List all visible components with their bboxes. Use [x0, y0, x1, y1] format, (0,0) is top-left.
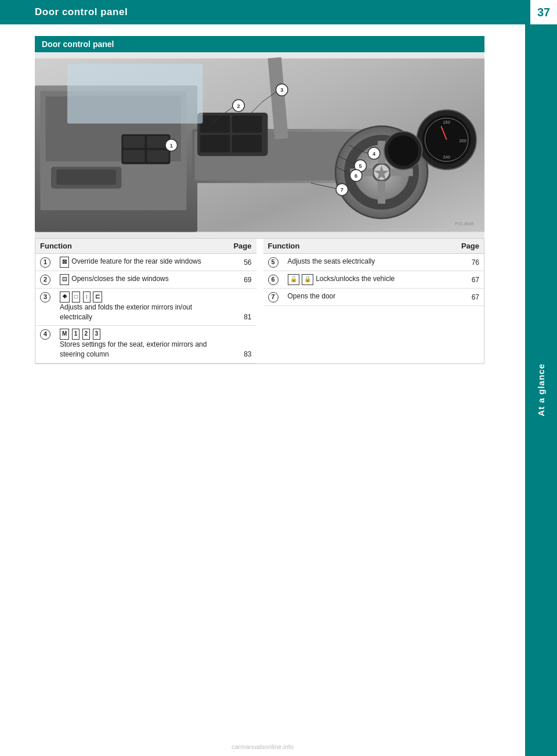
main-content: Door control panel — [0, 24, 525, 376]
memory-1-icon: 1 — [72, 329, 80, 340]
section-header: Door control panel — [35, 36, 484, 52]
right-sidebar: At a glance — [525, 24, 557, 756]
row-desc: Adjusts the seats electrically — [283, 254, 457, 271]
row-3-text: Adjusts and folds the exterior mirrors i… — [60, 303, 192, 321]
page-header: Door control panel 37 — [0, 0, 557, 24]
svg-rect-7 — [123, 150, 144, 162]
svg-text:4: 4 — [372, 151, 376, 157]
page-number: 37 — [530, 0, 557, 24]
right-function-table: Function Page 5 Adjusts the seats electr… — [263, 239, 484, 306]
row-index: 1 — [35, 254, 55, 271]
svg-text:240: 240 — [443, 154, 450, 160]
table-row: 7 Opens the door 67 — [263, 289, 484, 306]
callout-5: 5 — [268, 257, 278, 268]
svg-point-35 — [388, 135, 418, 165]
lock-open-icon: 🔓 — [288, 274, 299, 285]
row-index: 4 — [35, 326, 55, 363]
mirror-adjust-icon: ❖ — [60, 291, 70, 303]
header-title: Door control panel — [35, 6, 128, 18]
row-7-text: Opens the door — [288, 292, 336, 300]
svg-rect-10 — [56, 170, 116, 185]
row-index: 5 — [263, 254, 283, 271]
svg-text:P72-3645: P72-3645 — [455, 221, 473, 226]
table-row: 4 M 1 2 3 Stores settings for the seat, … — [35, 326, 256, 363]
callout-6: 6 — [268, 275, 278, 285]
callout-1: 1 — [40, 257, 50, 268]
memory-m-icon: M — [60, 329, 69, 340]
row-page: 67 — [457, 289, 484, 306]
lock-closed-icon: 🔒 — [302, 274, 313, 285]
row-index: 6 — [263, 271, 283, 289]
row-desc: Opens the door — [283, 289, 457, 306]
row-desc: 🔓 🔒 Locks/unlocks the vehicle — [283, 271, 457, 289]
left-col-page: Page — [229, 239, 256, 254]
row-page: 83 — [229, 326, 256, 363]
left-table: Function Page 1 ⊠ Override feature for t… — [35, 239, 256, 363]
mirror-select-icon: □ — [72, 291, 80, 303]
left-function-table: Function Page 1 ⊠ Override feature for t… — [35, 239, 256, 363]
svg-rect-16 — [200, 135, 230, 152]
row-desc: ❖ □ ↕ ⊏ Adjusts and folds the exterior m… — [55, 289, 229, 326]
row-index: 7 — [263, 289, 283, 306]
table-row: 2 ⊡ Opens/closes the side windows 69 — [35, 271, 256, 289]
right-col-function: Function — [263, 239, 457, 254]
svg-text:1: 1 — [170, 143, 173, 149]
svg-rect-8 — [147, 150, 168, 162]
right-col-page: Page — [457, 239, 484, 254]
row-page: 56 — [229, 254, 256, 271]
memory-3-icon: 3 — [93, 329, 101, 340]
row-5-text: Adjusts the seats electrically — [288, 257, 375, 265]
row-index: 3 — [35, 289, 55, 326]
table-row: 1 ⊠ Override feature for the rear side w… — [35, 254, 256, 271]
left-col-function: Function — [35, 239, 229, 254]
window-open-icon: ⊡ — [60, 274, 69, 285]
row-1-text: Override feature for the rear side windo… — [71, 257, 201, 265]
svg-rect-5 — [123, 136, 144, 148]
svg-text:2: 2 — [237, 103, 240, 109]
row-6-text: Locks/unlocks the vehicle — [316, 275, 395, 283]
mirror-fold-icon: ⊏ — [93, 291, 102, 303]
sidebar-label: At a glance — [536, 363, 546, 416]
svg-rect-14 — [200, 116, 230, 133]
svg-text:3: 3 — [280, 87, 283, 93]
row-desc: ⊡ Opens/closes the side windows — [55, 271, 229, 289]
svg-text:7: 7 — [341, 187, 343, 193]
callout-7: 7 — [268, 292, 278, 303]
svg-rect-15 — [232, 116, 262, 133]
row-page: 69 — [229, 271, 256, 289]
table-row: 5 Adjusts the seats electrically 76 — [263, 254, 484, 271]
svg-text:160: 160 — [443, 120, 450, 125]
svg-text:200: 200 — [459, 138, 466, 143]
row-page: 67 — [457, 271, 484, 289]
car-diagram-svg: 160 200 240 1 2 3 — [35, 52, 484, 238]
row-desc: M 1 2 3 Stores settings for the seat, ex… — [55, 326, 229, 363]
svg-text:6: 6 — [355, 173, 357, 179]
right-table: Function Page 5 Adjusts the seats electr… — [263, 239, 484, 363]
row-desc: ⊠ Override feature for the rear side win… — [55, 254, 229, 271]
tables-wrapper: Function Page 1 ⊠ Override feature for t… — [35, 238, 484, 364]
footer-watermark: carmanualsonline.info — [0, 743, 525, 750]
svg-text:5: 5 — [359, 163, 362, 169]
callout-3: 3 — [40, 292, 50, 303]
svg-rect-17 — [232, 135, 262, 152]
row-2-text: Opens/closes the side windows — [71, 275, 168, 283]
row-page: 81 — [229, 289, 256, 326]
callout-2: 2 — [40, 275, 50, 285]
callout-4: 4 — [40, 329, 50, 340]
row-4-text: Stores settings for the seat, exterior m… — [60, 340, 207, 358]
car-image: 160 200 240 1 2 3 — [35, 52, 484, 238]
memory-2-icon: 2 — [82, 329, 91, 340]
row-index: 2 — [35, 271, 55, 289]
window-override-icon: ⊠ — [60, 257, 69, 268]
svg-rect-37 — [67, 64, 202, 124]
table-row: 3 ❖ □ ↕ ⊏ Adjusts and folds the exterior… — [35, 289, 256, 326]
table-row: 6 🔓 🔒 Locks/unlocks the vehicle 67 — [263, 271, 484, 289]
row-page: 76 — [457, 254, 484, 271]
mirror-tilt-icon: ↕ — [83, 291, 91, 303]
